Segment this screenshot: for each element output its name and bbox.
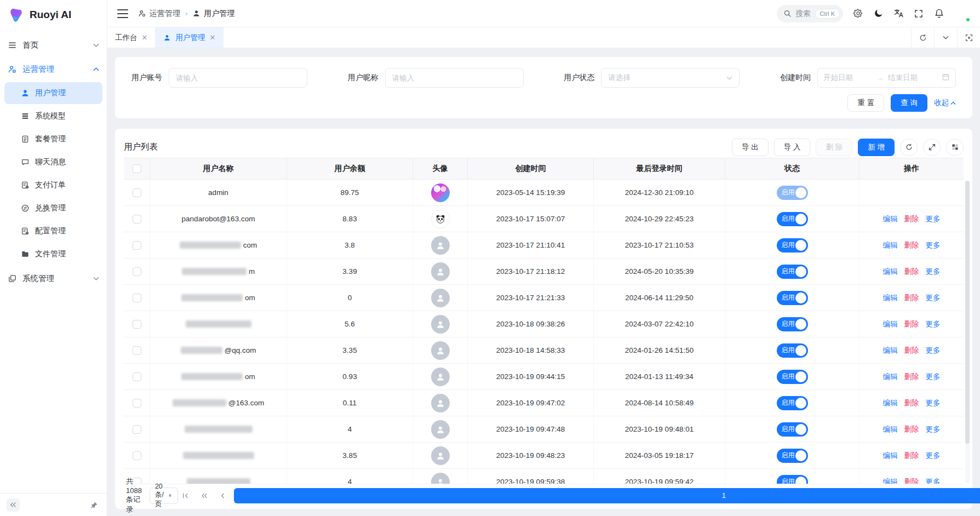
add-button[interactable]: 新 增 — [858, 139, 895, 156]
scrollbar-thumb[interactable] — [965, 181, 970, 444]
tab-user-management[interactable]: 用户管理✕ — [156, 27, 223, 48]
pagination-first-button[interactable] — [178, 488, 193, 503]
status-toggle[interactable]: 启用 — [777, 317, 808, 331]
delete-link[interactable]: 删除 — [904, 293, 919, 303]
row-checkbox[interactable] — [133, 399, 141, 408]
sidebar-item-package[interactable]: 套餐管理 — [4, 128, 102, 150]
export-button[interactable]: 导 出 — [732, 139, 769, 156]
sidebar-item-home[interactable]: 首页 — [0, 33, 107, 57]
delete-link[interactable]: 删除 — [904, 451, 919, 461]
row-checkbox[interactable] — [133, 451, 141, 460]
account-input[interactable] — [169, 68, 307, 88]
status-toggle[interactable]: 启用 — [777, 475, 808, 484]
delete-link[interactable]: 删除 — [904, 346, 919, 356]
status-toggle[interactable]: 启用 — [777, 265, 808, 279]
nickname-input[interactable] — [385, 68, 524, 88]
pagination-prev-button[interactable] — [215, 488, 231, 503]
close-icon[interactable]: ✕ — [209, 33, 215, 42]
select-all-checkbox[interactable] — [133, 164, 141, 173]
edit-link[interactable]: 编辑 — [883, 372, 898, 382]
edit-link[interactable]: 编辑 — [883, 346, 898, 356]
sidebar-item-system[interactable]: 系统管理 — [0, 266, 107, 290]
reset-button[interactable]: 重 置 — [847, 94, 884, 112]
sidebar-item-model[interactable]: 系统模型 — [4, 105, 102, 127]
more-link[interactable]: 更多 — [926, 477, 941, 484]
sidebar-item-exchange[interactable]: 兑换管理 — [4, 197, 102, 219]
more-link[interactable]: 更多 — [926, 319, 941, 329]
table-scrollbar[interactable] — [965, 181, 970, 484]
sidebar-item-chat[interactable]: 聊天消息 — [4, 151, 102, 173]
settings-gear-icon[interactable] — [852, 8, 863, 19]
content-fullscreen-icon[interactable] — [957, 27, 980, 48]
tab-menu-chevron-icon[interactable] — [934, 27, 957, 48]
more-link[interactable]: 更多 — [926, 425, 941, 434]
refresh-table-icon[interactable] — [900, 139, 918, 156]
sidebar-item-folder[interactable]: 文件管理 — [4, 243, 102, 265]
delete-link[interactable]: 删除 — [904, 477, 919, 484]
row-checkbox[interactable] — [133, 320, 141, 329]
edit-link[interactable]: 编辑 — [883, 240, 898, 250]
dark-mode-moon-icon[interactable] — [873, 8, 884, 19]
delete-link[interactable]: 删除 — [904, 425, 919, 434]
refresh-tab-icon[interactable] — [911, 27, 934, 48]
edit-link[interactable]: 编辑 — [883, 451, 898, 461]
status-toggle[interactable]: 启用 — [777, 186, 808, 200]
notifications-bell-icon[interactable] — [933, 8, 944, 19]
breadcrumb-item-users[interactable]: 用户管理 — [192, 9, 234, 19]
sidebar-item-config[interactable]: 配置管理 — [4, 220, 102, 242]
row-checkbox[interactable] — [133, 215, 141, 223]
status-toggle[interactable]: 启用 — [777, 449, 808, 463]
status-toggle[interactable]: 启用 — [777, 370, 808, 384]
status-toggle[interactable]: 启用 — [777, 291, 808, 305]
sidebar-item-order[interactable]: 支付订单 — [4, 174, 102, 196]
more-link[interactable]: 更多 — [926, 451, 941, 461]
sidebar-item-operations[interactable]: 运营管理 — [0, 57, 107, 81]
row-checkbox[interactable] — [133, 188, 141, 197]
more-link[interactable]: 更多 — [926, 398, 941, 408]
edit-link[interactable]: 编辑 — [883, 293, 898, 303]
table-fullscreen-icon[interactable] — [923, 139, 941, 156]
tab-workbench[interactable]: 工作台✕ — [107, 27, 156, 48]
status-toggle[interactable]: 启用 — [777, 343, 808, 358]
status-select[interactable]: 请选择 — [601, 68, 740, 88]
edit-link[interactable]: 编辑 — [883, 267, 898, 277]
import-button[interactable]: 导 入 — [774, 139, 811, 156]
row-checkbox[interactable] — [133, 241, 141, 250]
more-link[interactable]: 更多 — [926, 346, 941, 356]
more-link[interactable]: 更多 — [926, 240, 941, 250]
more-link[interactable]: 更多 — [926, 214, 941, 224]
more-link[interactable]: 更多 — [926, 267, 941, 277]
fullscreen-icon[interactable] — [913, 8, 924, 19]
breadcrumb-item-operations[interactable]: 运营管理 — [138, 9, 180, 19]
global-search[interactable]: 搜索 Ctrl K — [777, 5, 844, 22]
row-checkbox[interactable] — [133, 346, 141, 355]
status-toggle[interactable]: 启用 — [777, 212, 808, 226]
edit-link[interactable]: 编辑 — [883, 398, 898, 408]
language-translate-icon[interactable] — [893, 8, 904, 19]
collapse-sidebar-button[interactable] — [7, 498, 20, 512]
row-checkbox[interactable] — [133, 294, 141, 302]
pagination-prev-group-button[interactable] — [197, 488, 212, 503]
row-checkbox[interactable] — [133, 425, 141, 434]
delete-link[interactable]: 删除 — [904, 319, 919, 329]
edit-link[interactable]: 编辑 — [883, 425, 898, 434]
status-toggle[interactable]: 启用 — [777, 238, 808, 253]
pagination-page-button[interactable]: 1 — [234, 488, 980, 503]
delete-link[interactable]: 删除 — [904, 398, 919, 408]
delete-link[interactable]: 删除 — [904, 214, 919, 224]
close-icon[interactable]: ✕ — [142, 33, 148, 42]
delete-link[interactable]: 删除 — [904, 372, 919, 382]
edit-link[interactable]: 编辑 — [883, 319, 898, 329]
row-checkbox[interactable] — [133, 267, 141, 276]
status-toggle[interactable]: 启用 — [777, 396, 808, 410]
delete-button[interactable]: 删 除 — [816, 139, 852, 156]
user-avatar[interactable] — [954, 5, 970, 22]
column-settings-icon[interactable] — [946, 139, 964, 156]
delete-link[interactable]: 删除 — [904, 267, 919, 277]
search-button[interactable]: 查 询 — [891, 94, 927, 112]
page-size-select[interactable]: 20条/页 ▼ — [150, 488, 178, 504]
row-checkbox[interactable] — [133, 372, 141, 381]
status-toggle[interactable]: 启用 — [777, 422, 808, 437]
pin-icon[interactable] — [88, 499, 100, 511]
more-link[interactable]: 更多 — [926, 372, 941, 382]
